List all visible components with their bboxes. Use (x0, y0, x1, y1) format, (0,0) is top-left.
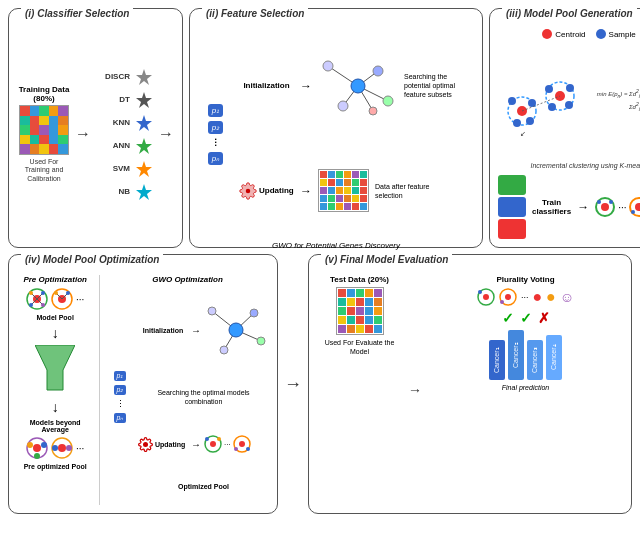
svg-point-12 (323, 61, 333, 71)
svg-point-36 (635, 203, 640, 211)
train-section (498, 175, 526, 239)
t-cell (374, 316, 382, 324)
svg-point-21 (513, 119, 521, 127)
gwo-pn: pₙ (114, 413, 127, 423)
down-arrow-2: ↓ (17, 399, 93, 415)
grid-cell (344, 179, 351, 186)
voting-label: Plurality Voting (428, 275, 623, 284)
pre-optimized-circles: ··· (17, 437, 93, 459)
svg-point-84 (483, 294, 489, 300)
formula-text: min E(pn) = Σd2i + Σd2i + ··· + Σd2in (596, 88, 640, 112)
vote-orange-circle: ● (546, 288, 556, 306)
classifier-svm: SVM (95, 159, 154, 179)
clf-nb-label: NB (95, 187, 130, 196)
test-grid (336, 287, 384, 335)
svg-point-59 (41, 442, 47, 448)
svg-point-72 (250, 309, 258, 317)
feature-title: (ii) Feature Selection (202, 8, 308, 19)
p-labels-container: p₁ p₂ ⋮ pₙ (198, 29, 233, 239)
svg-point-74 (143, 442, 148, 447)
grid-cell (336, 203, 343, 210)
gwo-p-ellipsis: ⋮ (116, 399, 125, 409)
feature-phases: Initialization → (239, 29, 474, 239)
legend-sample: Sample (596, 29, 636, 39)
cancer2-badge: Cancer₂ (508, 330, 524, 380)
grid-cell (336, 179, 343, 186)
cancer4-badge: Cancer₄ (546, 335, 562, 380)
t-cell (356, 325, 364, 333)
pn-label: pₙ (208, 152, 223, 165)
color-cell (58, 125, 68, 135)
grid-cell (352, 187, 359, 194)
search-label: Searching the potential optimal feature … (404, 72, 474, 99)
cross-1: ✗ (538, 310, 550, 326)
svg-point-53 (54, 291, 58, 295)
t-cell (374, 289, 382, 297)
funnel-svg (35, 345, 75, 395)
color-cell (58, 144, 68, 154)
data-grid-feature (318, 169, 369, 212)
t-cell (347, 298, 355, 306)
color-cell (58, 116, 68, 126)
color-cell (20, 144, 30, 154)
classifier-dt: DT (95, 90, 154, 110)
classifier-ann: ANN (95, 136, 154, 156)
grid-cell (328, 187, 335, 194)
opt-circle-2 (233, 435, 251, 453)
grid-cell (360, 203, 367, 210)
t-cell (338, 325, 346, 333)
svg-point-48 (41, 303, 45, 307)
train-to-pool-arrow: → (577, 200, 589, 214)
pre-opt-circle-1 (26, 437, 48, 459)
grid-cell (320, 203, 327, 210)
clf-knn-icon (134, 113, 154, 133)
gwo-p2: p₂ (114, 385, 127, 395)
update-label: Updating (239, 182, 294, 200)
color-cell (39, 125, 49, 135)
gwo-update-text: Updating (155, 441, 185, 448)
cancer-badges-row: Cancer₁ Cancer₂ Cancer₃ Cancer₄ (428, 330, 623, 380)
p-ellipsis: ⋮ (211, 138, 220, 148)
pool-ellipsis: ··· (618, 202, 626, 213)
opt-circle-1 (204, 435, 222, 453)
cancer1-badge: Cancer₁ (489, 340, 505, 380)
p2-label: p₂ (208, 121, 223, 134)
color-cell (30, 135, 40, 145)
svg-point-64 (66, 445, 72, 451)
svg-point-27 (548, 103, 556, 111)
svg-point-14 (373, 66, 383, 76)
svg-marker-0 (136, 69, 152, 85)
arrow-out-classifier: → (158, 125, 174, 143)
clf-dt-label: DT (95, 95, 130, 104)
svg-point-32 (601, 203, 609, 211)
clf-ann-icon (134, 136, 154, 156)
classifier-knn: KNN (95, 113, 154, 133)
model-opt-content: Pre Optimization (17, 275, 269, 505)
svg-point-22 (526, 117, 534, 125)
gwo-init-row: Initialization → (138, 303, 269, 358)
clf-svm-icon (134, 159, 154, 179)
cluster-svg: ↙ (502, 61, 587, 141)
svg-point-45 (29, 291, 33, 295)
cancer3-badge: Cancer₃ (527, 340, 543, 380)
svg-point-85 (478, 290, 482, 294)
color-grid (19, 105, 69, 155)
gwo-search-label: Searching the optimal models combination (138, 388, 269, 406)
train-box3 (498, 219, 526, 239)
grid-cell (328, 179, 335, 186)
between-arrow-1: → (284, 254, 302, 514)
train-box (498, 175, 526, 195)
pre-opt-ellipsis: ··· (76, 443, 84, 454)
model-pool-gen-content: Centroid Sample (498, 29, 640, 239)
svg-point-70 (208, 307, 216, 315)
t-cell (356, 316, 364, 324)
grid-cell (336, 171, 343, 178)
arrow-to-classifiers: → (75, 125, 91, 143)
t-cell (338, 289, 346, 297)
grid-cell (352, 195, 359, 202)
training-box: Training Data (80%) (17, 85, 71, 183)
color-cell (20, 125, 30, 135)
clf-knn-label: KNN (95, 118, 130, 127)
vote-red-circle: ● (532, 288, 542, 306)
svg-marker-5 (136, 184, 152, 200)
